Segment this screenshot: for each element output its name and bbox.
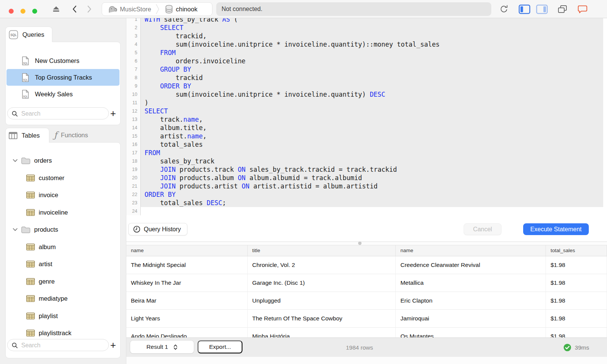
line-number: 7 (126, 65, 141, 74)
result-row[interactable]: The Midnight SpecialChronicle, Vol. 2Cre… (126, 256, 607, 274)
query-history-button[interactable]: Query History (128, 223, 187, 235)
code-line[interactable]: 24 (126, 207, 607, 215)
tree-table-row[interactable]: customer (6, 169, 120, 187)
code-line[interactable]: 4 sum(invoiceline.unitprice * invoicelin… (126, 40, 607, 49)
code-line[interactable]: 9 ORDER BY (126, 82, 607, 90)
result-cell: $1.98 (546, 292, 607, 309)
result-row[interactable]: Beira MarUnpluggedEric Clapton$1.98 (126, 292, 607, 310)
column-header[interactable]: name (396, 245, 546, 256)
back-button[interactable] (69, 0, 80, 18)
close-window-button[interactable] (9, 9, 14, 14)
eject-button[interactable] (50, 0, 62, 18)
export-button[interactable]: Export... (198, 340, 242, 353)
code-line[interactable]: 3 trackid, (126, 32, 607, 40)
tree-table-row[interactable]: playlist (6, 308, 120, 325)
code-line[interactable]: 12 SELECT (126, 107, 607, 115)
breadcrumb-database-label: chinook (176, 6, 198, 13)
tree-table-row[interactable]: invoice (6, 187, 120, 204)
tree-table-row[interactable]: invoiceline (6, 204, 120, 221)
tab-tables[interactable]: Tables (5, 128, 49, 143)
code-line[interactable]: 11 ) (126, 99, 607, 107)
code-line[interactable]: 1 WITH sales_by_track AS ( (126, 18, 607, 24)
breadcrumb-database[interactable]: chinook (160, 5, 201, 14)
add-query-button[interactable]: + (108, 107, 118, 119)
breadcrumb-connection[interactable]: MusicStore (102, 5, 155, 14)
status-bar: Result 1 Export... 1984 rows 39ms (126, 337, 607, 357)
tree-table-row[interactable]: mediatype (6, 290, 120, 308)
code-line[interactable]: 5 FROM (126, 49, 607, 57)
result-row[interactable]: Light YearsThe Return Of The Space Cowbo… (126, 310, 607, 328)
code-line[interactable]: 2 SELECT (126, 24, 607, 32)
query-list-item[interactable]: SQL New Customers (6, 52, 120, 69)
queries-search-box[interactable] (7, 107, 109, 119)
queries-search-input[interactable] (20, 108, 105, 119)
code-line[interactable]: 18 sales_by_track (126, 157, 607, 165)
tree-table-row[interactable]: artist (6, 256, 120, 273)
clock-icon (133, 226, 140, 233)
execute-statement-button[interactable]: Execute Statement (523, 223, 589, 235)
result-row[interactable]: Ando Meio DesligadoMinha HistóriaOs Muta… (126, 328, 607, 337)
eject-icon (52, 6, 60, 13)
table-icon (26, 295, 35, 302)
windows-button[interactable] (556, 0, 568, 18)
column-header[interactable]: name (126, 245, 248, 256)
tree-folder-row[interactable]: products (6, 221, 120, 238)
query-list-item[interactable]: SQL Weekly Sales (6, 86, 120, 102)
code-line[interactable]: 21 JOIN products.artist ON artist.artist… (126, 182, 607, 190)
result-cell: Chronicle, Vol. 2 (248, 256, 396, 274)
code-line[interactable]: 17 FROM (126, 149, 607, 157)
code-line[interactable]: 22 ORDER BY (126, 190, 607, 199)
refresh-button[interactable] (498, 0, 510, 18)
query-list-item[interactable]: SQL Top Grossing Tracks (6, 69, 120, 86)
add-table-button[interactable]: + (108, 339, 118, 351)
cancel-button[interactable]: Cancel (464, 223, 502, 235)
code-text: artist.name, (141, 132, 603, 140)
code-line[interactable]: 20 JOIN products.album ON album.albumid … (126, 174, 607, 182)
tab-tables-label: Tables (22, 132, 40, 139)
code-line[interactable]: 7 GROUP BY (126, 65, 607, 74)
result-row[interactable]: Whiskey In The JarGarage Inc. (Disc 1)Me… (126, 274, 607, 292)
zoom-window-button[interactable] (32, 9, 37, 14)
tree-folder-row[interactable]: orders (6, 152, 120, 169)
tree-item-label: customer (39, 174, 64, 182)
code-line[interactable]: 23 total_sales DESC; (126, 199, 607, 207)
tree-table-row[interactable]: album (6, 238, 120, 256)
feedback-button[interactable] (576, 0, 588, 18)
chevron-down-icon[interactable] (13, 159, 18, 162)
chat-icon (577, 5, 588, 14)
code-line[interactable]: 8 trackid (126, 74, 607, 82)
sql-editor[interactable]: 1 WITH sales_by_track AS ( 2 SELECT 3 tr… (126, 18, 607, 242)
line-number: 9 (126, 82, 141, 90)
code-line[interactable]: 16 total_sales (126, 140, 607, 149)
code-line[interactable]: 10 sum(invoiceline.unitprice * invoiceli… (126, 90, 607, 99)
code-line[interactable]: 14 album.title, (126, 124, 607, 132)
code-line[interactable]: 19 JOIN products.track ON sales_by_track… (126, 165, 607, 174)
tables-search-input[interactable] (20, 340, 105, 351)
forward-button[interactable] (84, 0, 95, 18)
toggle-left-sidebar-button[interactable] (517, 0, 531, 18)
code-text: total_sales (141, 140, 603, 149)
query-item-label: New Customers (35, 57, 79, 64)
code-text: trackid, (141, 32, 603, 40)
tab-functions[interactable]: ƒ Functions (51, 128, 114, 143)
code-line[interactable]: 6 orders.invoiceline (126, 57, 607, 65)
chevron-down-icon[interactable] (13, 228, 18, 231)
tables-search-box[interactable] (7, 339, 109, 351)
line-number: 22 (126, 190, 141, 199)
code-text: orders.invoiceline (141, 57, 603, 65)
tab-queries[interactable]: SQL Queries (5, 27, 52, 42)
tree-item-label: genre (39, 278, 55, 285)
tables-panel: orders customer invoice invoiceline prod… (5, 142, 121, 358)
column-header[interactable]: total_sales (546, 245, 607, 256)
table-icon (26, 191, 35, 199)
minimize-window-button[interactable] (20, 9, 25, 14)
line-number: 10 (126, 90, 141, 99)
splitter-grip[interactable] (358, 242, 362, 245)
tree-table-row[interactable]: genre (6, 273, 120, 290)
result-selector[interactable]: Result 1 (130, 340, 194, 353)
code-line[interactable]: 15 artist.name, (126, 132, 607, 140)
toggle-right-sidebar-button[interactable] (535, 0, 549, 18)
column-header[interactable]: title (248, 245, 396, 256)
tree-table-row[interactable]: playlisttrack (6, 325, 120, 339)
code-line[interactable]: 13 track.name, (126, 115, 607, 124)
